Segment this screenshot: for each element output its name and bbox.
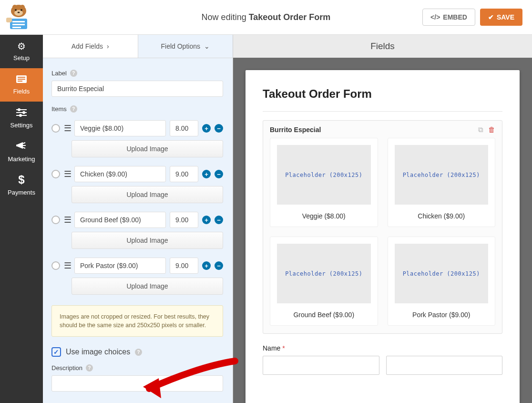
nav-fields[interactable]: Fields (0, 68, 43, 102)
field-block[interactable]: Burrito Especial ⧉ 🗑 Placeholder (200x12… (263, 120, 502, 334)
item-name-input[interactable] (74, 166, 166, 182)
name-field-label: Name * (263, 344, 502, 352)
choice-label: Ground Beef ($9.00) (277, 311, 371, 319)
trash-icon[interactable]: 🗑 (488, 125, 495, 134)
svg-point-6 (18, 11, 20, 13)
drag-handle-icon[interactable]: ☰ (64, 123, 71, 134)
sliders-icon (16, 108, 27, 118)
duplicate-icon[interactable]: ⧉ (478, 125, 483, 134)
nav-label: Setup (13, 54, 30, 62)
svg-rect-8 (12, 21, 25, 22)
item-price-input[interactable] (170, 120, 198, 136)
upload-image-button[interactable]: Upload Image (72, 140, 223, 157)
choice-option[interactable]: Placeholder (200x125) Ground Beef ($9.00… (270, 237, 378, 326)
svg-point-5 (20, 9, 22, 11)
left-nav: ⚙ Setup Fields Settings Marketing $ Paym… (0, 35, 43, 403)
nav-marketing[interactable]: Marketing (0, 135, 43, 168)
drag-handle-icon[interactable]: ☰ (64, 169, 71, 179)
choice-option[interactable]: Placeholder (200x125) Chicken ($9.00) (388, 138, 496, 227)
choice-option[interactable]: Placeholder (200x125) Veggie ($8.00) (270, 138, 378, 227)
topbar-title: Now editing Takeout Order Form (202, 12, 331, 22)
svg-point-1 (12, 5, 17, 10)
save-button[interactable]: ✔ SAVE (480, 9, 522, 26)
item-radio[interactable] (51, 170, 60, 178)
item-name-input[interactable] (74, 212, 166, 228)
nav-payments[interactable]: $ Payments (0, 168, 43, 202)
drag-handle-icon[interactable]: ☰ (64, 215, 71, 225)
description-heading: Description ? (51, 364, 223, 372)
use-image-choices-label: Use image choices (66, 348, 130, 356)
image-placeholder: Placeholder (200x125) (277, 244, 371, 303)
preview-header: Fields (233, 35, 532, 58)
field-block-title: Burrito Especial (270, 126, 321, 134)
choice-label: Chicken ($9.00) (395, 212, 489, 220)
svg-rect-14 (18, 79, 25, 80)
item-radio[interactable] (51, 261, 60, 270)
item-radio[interactable] (51, 124, 60, 133)
nav-settings[interactable]: Settings (0, 102, 43, 135)
upload-image-button[interactable]: Upload Image (72, 278, 223, 295)
nav-label: Settings (10, 122, 33, 129)
bullhorn-icon (16, 141, 27, 152)
item-name-input[interactable] (74, 120, 166, 136)
remove-item-icon[interactable]: − (215, 124, 223, 133)
divider (263, 111, 502, 112)
help-icon[interactable]: ? (135, 349, 142, 356)
item-name-input[interactable] (74, 258, 166, 274)
nav-label: Fields (13, 88, 30, 95)
field-options-panel[interactable]: Label ? Items ? ☰ + − Upload Image ☰ + − (43, 58, 233, 403)
help-icon[interactable]: ? (86, 364, 93, 372)
add-item-icon[interactable]: + (202, 124, 211, 133)
tab-add-fields[interactable]: Add Fields › (43, 35, 138, 58)
gear-icon: ⚙ (17, 41, 26, 51)
svg-rect-13 (18, 77, 25, 78)
first-name-input[interactable] (263, 356, 379, 375)
item-price-input[interactable] (170, 212, 198, 228)
choice-label: Veggie ($8.00) (277, 212, 371, 220)
dollar-icon: $ (18, 174, 24, 186)
remove-item-icon[interactable]: − (215, 216, 223, 224)
label-heading: Label ? (51, 70, 223, 77)
list-icon (16, 75, 27, 84)
remove-item-icon[interactable]: − (215, 170, 223, 178)
code-icon: </> (430, 13, 440, 21)
choice-label: Pork Pastor ($9.00) (395, 311, 489, 319)
help-icon[interactable]: ? (70, 105, 77, 113)
item-radio[interactable] (51, 216, 60, 224)
use-image-choices-checkbox[interactable]: ✓ (51, 347, 61, 357)
svg-rect-11 (6, 18, 12, 22)
app-logo (2, 0, 35, 33)
svg-point-20 (22, 111, 25, 114)
preview-canvas[interactable]: Takeout Order Form Burrito Especial ⧉ 🗑 … (233, 58, 532, 403)
drag-handle-icon[interactable]: ☰ (64, 260, 71, 271)
label-input[interactable] (51, 81, 223, 97)
svg-point-19 (18, 108, 20, 111)
form-title: Takeout Order Form (263, 87, 502, 101)
svg-point-4 (15, 9, 17, 11)
image-notice: Images are not cropped or resized. For b… (51, 305, 223, 337)
tab-field-options[interactable]: Field Options ⌄ (138, 35, 233, 58)
svg-rect-9 (12, 24, 25, 25)
add-item-icon[interactable]: + (202, 261, 211, 270)
check-icon: ✔ (488, 13, 494, 21)
image-placeholder: Placeholder (200x125) (395, 244, 489, 303)
chevron-down-icon: ⌄ (204, 42, 210, 50)
chevron-right-icon: › (107, 42, 109, 50)
help-icon[interactable]: ? (70, 70, 77, 77)
nav-setup[interactable]: ⚙ Setup (0, 35, 43, 68)
upload-image-button[interactable]: Upload Image (72, 186, 223, 203)
image-placeholder: Placeholder (200x125) (395, 145, 489, 205)
svg-rect-15 (18, 81, 22, 82)
upload-image-button[interactable]: Upload Image (72, 232, 223, 249)
last-name-input[interactable] (386, 356, 503, 375)
add-item-icon[interactable]: + (202, 170, 211, 178)
description-input[interactable] (51, 375, 223, 392)
nav-label: Payments (8, 189, 35, 196)
item-price-input[interactable] (170, 166, 198, 182)
items-heading: Items ? (51, 105, 223, 113)
choice-option[interactable]: Placeholder (200x125) Pork Pastor ($9.00… (388, 237, 496, 326)
item-price-input[interactable] (170, 258, 198, 274)
remove-item-icon[interactable]: − (215, 261, 223, 270)
embed-button[interactable]: </> EMBED (422, 9, 475, 26)
add-item-icon[interactable]: + (202, 216, 211, 224)
